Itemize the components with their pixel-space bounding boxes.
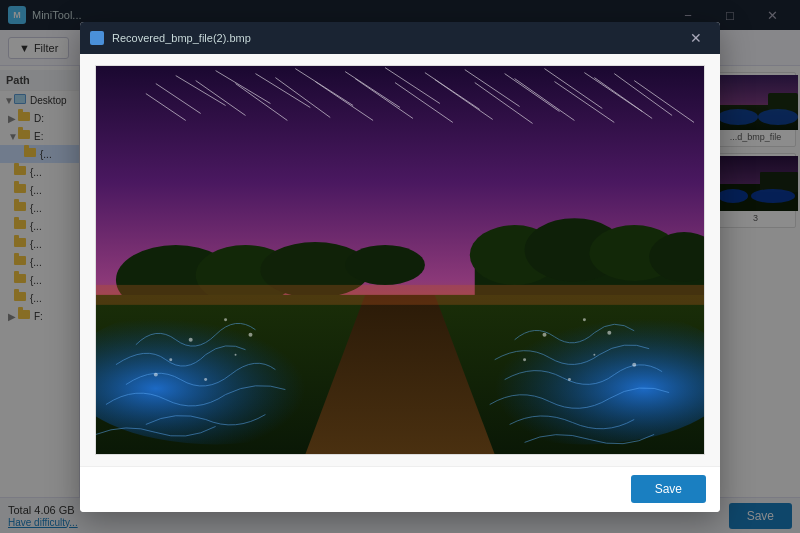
modal-footer: Save <box>80 466 720 512</box>
svg-point-58 <box>583 318 586 321</box>
svg-point-53 <box>248 332 252 336</box>
svg-point-40 <box>345 245 425 285</box>
svg-point-50 <box>189 337 193 341</box>
modal-title: Recovered_bmp_file(2).bmp <box>112 32 682 44</box>
svg-point-60 <box>607 330 611 334</box>
modal-body <box>80 54 720 466</box>
svg-point-51 <box>224 318 227 321</box>
svg-point-52 <box>169 358 172 361</box>
svg-point-57 <box>543 332 547 336</box>
svg-point-63 <box>593 353 595 355</box>
svg-point-55 <box>154 372 158 376</box>
svg-point-54 <box>204 378 207 381</box>
preview-image <box>96 65 704 455</box>
modal-titlebar: Recovered_bmp_file(2).bmp ✕ <box>80 22 720 54</box>
modal-image-container <box>95 65 705 455</box>
modal-close-button[interactable]: ✕ <box>682 24 710 52</box>
modal-icon <box>90 31 104 45</box>
svg-rect-64 <box>96 284 704 304</box>
modal-dialog: Recovered_bmp_file(2).bmp ✕ <box>80 22 720 512</box>
svg-point-56 <box>235 353 237 355</box>
modal-overlay: Recovered_bmp_file(2).bmp ✕ <box>0 0 800 533</box>
svg-point-59 <box>523 358 526 361</box>
svg-point-61 <box>568 378 571 381</box>
svg-point-62 <box>632 362 636 366</box>
modal-save-button[interactable]: Save <box>631 475 706 503</box>
app-window: M MiniTool... − □ ✕ ▼ Filter Path ▼ Desk… <box>0 0 800 533</box>
